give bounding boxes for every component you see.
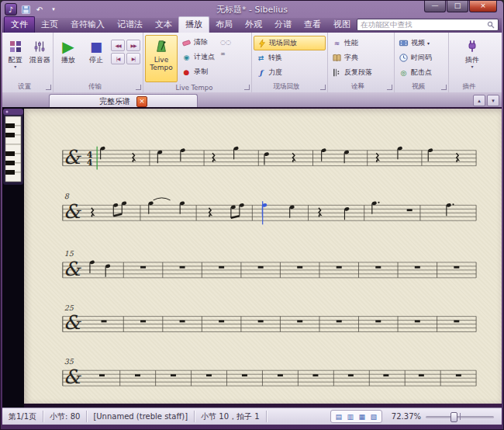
- minimize-button[interactable]: —: [424, 1, 446, 12]
- video-button[interactable]: 视频 ▾: [396, 36, 447, 50]
- hit-point-icon: ◎: [399, 69, 409, 77]
- eraser-icon: [181, 37, 192, 47]
- sibelius-window: ♪ ↶ ▾ 无标题* - Sibelius — □ × 文件 主页 音符输入 记…: [0, 0, 504, 430]
- dynamics-button[interactable]: ƒ 力度: [254, 65, 326, 80]
- dialog-launcher-icon[interactable]: [46, 85, 51, 90]
- document-tab-bar: 完整乐谱 × ▴ ▾: [2, 92, 502, 108]
- live-tempo-button[interactable]: Live Tempo: [145, 35, 178, 82]
- performance-icon: ≈: [332, 40, 342, 47]
- transform-live-playback-button[interactable]: ⇄ 转换: [254, 50, 326, 65]
- tab-note-input[interactable]: 音符输入: [64, 17, 111, 33]
- document-tab-full-score[interactable]: 完整乐谱 ×: [49, 94, 198, 108]
- tab-view[interactable]: 视图: [327, 17, 357, 33]
- hit-points-button[interactable]: ◎ 配击点: [396, 65, 447, 80]
- view-spread-button[interactable]: ▧: [368, 411, 379, 421]
- zoom-level: 72.37%: [387, 412, 426, 421]
- dialog-launcher-icon[interactable]: [320, 85, 326, 90]
- zoom-slider-tick: [460, 413, 461, 420]
- close-button[interactable]: ×: [469, 1, 497, 12]
- zoom-slider[interactable]: [426, 411, 494, 422]
- dictionary-button[interactable]: 字典: [330, 50, 392, 65]
- piano-keys-icon: [5, 116, 21, 182]
- timecode-button[interactable]: 时间码: [396, 50, 447, 65]
- close-tab-icon[interactable]: ×: [136, 96, 147, 107]
- score-svg[interactable]: &44&8&15&25&35: [24, 109, 502, 404]
- ribbon-group-plugins: 插件 ▾ 插件: [449, 33, 495, 92]
- lightning-icon: [257, 39, 267, 48]
- stop-icon: ■: [90, 37, 102, 56]
- transport-nav: ◀◀ ▶▶ |◀ ▶|: [111, 40, 140, 82]
- svg-text:&: &: [64, 312, 82, 335]
- tab-notations[interactable]: 记谱法: [111, 17, 149, 33]
- live-tempo-dots-button[interactable]: ◌◌: [219, 36, 233, 48]
- play-icon: ▶: [62, 37, 74, 56]
- ribbon-group-live-playback: 现场回放 ⇄ 转换 ƒ 力度 现场回放: [252, 33, 328, 92]
- mixer-icon: [33, 37, 46, 56]
- status-bar: 第1/1页 小节: 80 [Unnamed (treble staff)] 小节…: [2, 407, 502, 425]
- ribbon-group-live-tempo: Live Tempo 清除 ◉ 计速点 ● 录制: [143, 33, 252, 92]
- svg-text:&: &: [64, 200, 82, 223]
- tap-points-button[interactable]: ◉ 计速点: [179, 50, 217, 64]
- mixer-button[interactable]: 混音器: [29, 35, 52, 82]
- ribbon-minimize-button[interactable]: ▴: [473, 95, 485, 106]
- title-bar[interactable]: ♪ ↶ ▾ 无标题* - Sibelius — □ ×: [1, 1, 503, 18]
- view-panorama-button[interactable]: ▥: [345, 411, 356, 421]
- play-button[interactable]: ▶ 播放: [55, 35, 81, 82]
- tab-file[interactable]: 文件: [4, 16, 35, 33]
- tab-play[interactable]: 播放: [178, 16, 209, 33]
- status-page-indicator[interactable]: 第1/1页: [2, 411, 43, 422]
- stop-button[interactable]: ■ 停止: [83, 35, 109, 82]
- playback-config-button[interactable]: 配置 ▾: [4, 35, 27, 82]
- ribbon-group-setup: 配置 ▾ 混音器 设置: [2, 33, 54, 92]
- fast-forward-button[interactable]: ▶▶: [126, 40, 140, 51]
- live-tempo-clear-button[interactable]: 清除: [179, 35, 217, 50]
- tab-layout[interactable]: 布局: [209, 17, 239, 33]
- view-pages-button[interactable]: ▦: [357, 411, 368, 421]
- live-playback-button[interactable]: 现场回放: [254, 36, 326, 50]
- maximize-button[interactable]: □: [447, 1, 468, 12]
- tab-parts[interactable]: 分谱: [268, 17, 298, 33]
- dialog-launcher-icon[interactable]: [387, 85, 392, 90]
- view-switcher: ▤ ▥ ▦ ▧: [330, 410, 382, 423]
- move-to-end-button[interactable]: ▶|: [126, 53, 140, 64]
- record-icon: ●: [181, 68, 192, 76]
- dots-icon: ◌◌: [220, 39, 231, 46]
- chevron-down-icon: ▾: [471, 64, 473, 69]
- dialog-launcher-icon[interactable]: [244, 85, 250, 90]
- svg-text:&: &: [64, 258, 82, 280]
- infinity-icon: ∞: [220, 50, 226, 57]
- tab-review[interactable]: 查看: [298, 17, 327, 33]
- svg-text:15: 15: [64, 249, 74, 258]
- keyboard-panel[interactable]: [3, 109, 23, 185]
- config-grid-icon: [9, 37, 22, 56]
- plugins-button[interactable]: 插件 ▾: [456, 35, 488, 82]
- dialog-launcher-icon[interactable]: [441, 85, 447, 90]
- ribbon-group-interpretation: ≈ 性能 字典 反复段落 诠释: [328, 33, 395, 92]
- ribbon-search-placeholder: 在功能区中查找: [361, 20, 413, 30]
- live-tempo-loop-button[interactable]: ∞: [219, 48, 233, 60]
- repeats-button[interactable]: 反复段落: [330, 65, 392, 80]
- svg-text:25: 25: [64, 303, 74, 312]
- repeat-barline-icon: [332, 68, 342, 78]
- svg-text:&: &: [64, 146, 82, 168]
- doc-tabs-menu-button[interactable]: ▾: [487, 95, 499, 106]
- tab-text[interactable]: 文本: [149, 17, 178, 33]
- metronome-icon: [154, 37, 168, 56]
- score-canvas: &44&8&15&25&35: [2, 107, 502, 408]
- svg-text:&: &: [64, 366, 82, 388]
- ribbon-search-input[interactable]: 在功能区中查找: [357, 19, 499, 31]
- tab-home[interactable]: 主页: [35, 17, 64, 33]
- view-normal-button[interactable]: ▤: [333, 411, 344, 421]
- zoom-slider-thumb[interactable]: [450, 412, 457, 422]
- chevron-down-icon: ▾: [427, 40, 430, 46]
- dynamics-f-icon: ƒ: [256, 69, 266, 77]
- move-to-start-button[interactable]: |◀: [111, 53, 125, 64]
- performance-button[interactable]: ≈ 性能: [330, 36, 392, 50]
- live-tempo-record-button[interactable]: ● 录制: [179, 64, 217, 79]
- score-page[interactable]: &44&8&15&25&35: [24, 109, 502, 404]
- dialog-launcher-icon[interactable]: [136, 85, 141, 90]
- status-bar-count: 小节: 80: [43, 411, 87, 422]
- rewind-button[interactable]: ◀◀: [111, 40, 125, 51]
- tab-appearance[interactable]: 外观: [239, 17, 268, 33]
- transform-arrows-icon: ⇄: [256, 54, 266, 62]
